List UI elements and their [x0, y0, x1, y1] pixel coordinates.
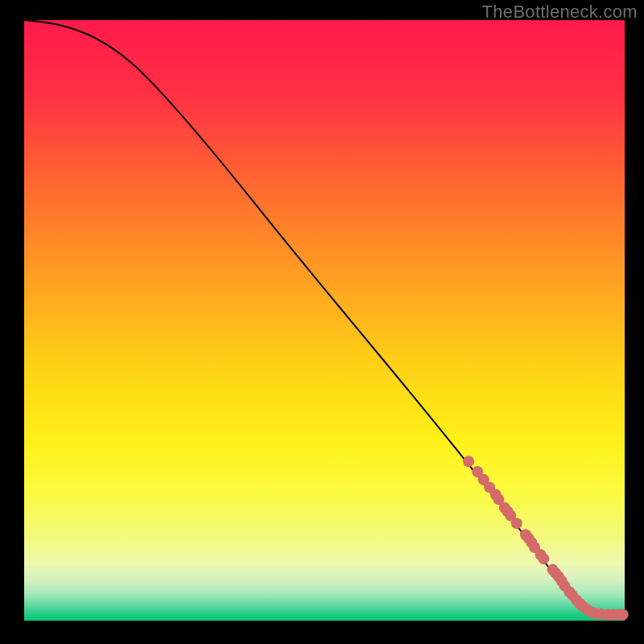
- watermark-text: TheBottleneck.com: [482, 2, 638, 23]
- chart-container: TheBottleneck.com: [0, 0, 644, 644]
- highlight-dot: [538, 553, 549, 564]
- bottleneck-chart: [0, 0, 644, 644]
- highlight-dot: [463, 456, 474, 467]
- highlight-dot: [511, 518, 522, 529]
- plot-background: [24, 20, 625, 621]
- highlight-dot: [617, 609, 629, 621]
